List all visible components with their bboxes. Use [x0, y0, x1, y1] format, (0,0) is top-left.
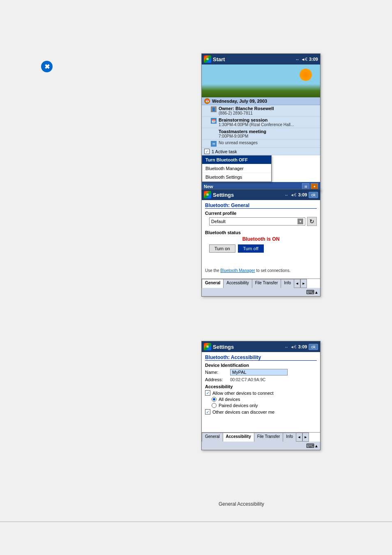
allow-connect-row: Allow other devices to connect: [205, 390, 317, 396]
event2-row[interactable]: Toastmasters meeting 7:00PM-9:00PM: [202, 128, 320, 140]
bluetooth-general-title: Bluetooth: General: [205, 203, 317, 209]
acc-tab-scroll-right[interactable]: ►: [302, 433, 309, 442]
settings-header-left: ⊞ Settings: [204, 191, 234, 198]
turn-off-button[interactable]: Turn off: [238, 244, 264, 253]
device-id-label: Device Identification: [205, 363, 317, 368]
tasks-row[interactable]: 1 Active task: [202, 148, 320, 155]
paired-devices-label: Paired devices only: [219, 403, 258, 408]
task-checkbox: [204, 149, 210, 154]
acc-tab-info[interactable]: Info: [283, 433, 296, 442]
settings-volume-icon: ◄€: [290, 193, 296, 197]
new-button[interactable]: New: [204, 184, 213, 189]
name-label: Name:: [205, 370, 228, 375]
settings-tabs: General Accessibility File Transfer Info…: [202, 279, 320, 288]
bluetooth-general-screen: ⊞ Settings ↔ ◄€ 3:09 ok Bluetooth: Gener…: [201, 189, 321, 297]
date-row[interactable]: 📅 Wednesday, July 09, 2003: [202, 97, 320, 105]
bluetooth-accessibility-screen: ⊞ Settings ↔ ◄€ 3:09 ok Bluetooth: Acces…: [201, 341, 321, 450]
acc-keyboard-icon[interactable]: ⌨: [306, 442, 314, 449]
bluetooth-context-menu: Turn Bluetooth OFF Bluetooth Manager Blu…: [202, 155, 272, 182]
clock-time: 3:09: [309, 57, 318, 62]
calendar-event-icon: 📆: [211, 118, 217, 124]
accessibility-title: Settings: [213, 344, 234, 350]
settings-title: Settings: [213, 192, 234, 198]
turn-bluetooth-off-item[interactable]: Turn Bluetooth OFF: [202, 156, 271, 164]
header-right: ↔ ◄€ 3:09: [295, 57, 318, 62]
ok-button[interactable]: ok: [309, 192, 318, 198]
tab-general[interactable]: General: [202, 279, 223, 288]
acc-ok-button[interactable]: ok: [309, 344, 318, 350]
owner-row[interactable]: 👤 Owner: Blanche Rosewell (886-2) 2890-7…: [202, 105, 320, 117]
tasks-text: 1 Active task: [212, 149, 237, 154]
messages-icon: ✉: [211, 141, 217, 147]
bluetooth-symbol: ✖: [41, 61, 53, 72]
accessibility-header-right: ↔ ◄€ 3:09 ok: [284, 344, 318, 350]
current-profile-label: Current profile: [205, 211, 317, 216]
bluetooth-manager-item[interactable]: Bluetooth Manager: [202, 164, 271, 173]
discover-checkbox[interactable]: [205, 409, 210, 415]
messages-row[interactable]: ✉ No unread messages: [202, 140, 320, 148]
bluetooth-status-text: Bluetooth is ON: [205, 236, 317, 242]
accessibility-header-left: ⊞ Settings: [204, 343, 234, 350]
dropdown-arrow-icon: ▼: [297, 219, 303, 224]
acc-tab-general[interactable]: General: [202, 433, 223, 442]
accessibility-header: ⊞ Settings ↔ ◄€ 3:09 ok: [202, 341, 320, 352]
event1-text: Brainstorming session 1:30PM-4:00PM (Riz…: [219, 117, 318, 127]
bluetooth-manager-link[interactable]: Bluetooth Manager: [220, 268, 255, 273]
event1-title: Brainstorming session: [219, 117, 318, 122]
bluetooth-manager-link-text: Use the Bluetooth Manager to set connect…: [205, 268, 317, 273]
event2-title: Toastmasters meeting: [219, 129, 318, 134]
owner-phone: (886-2) 2890-7811: [219, 111, 318, 115]
today-screen: ⊞ Start ↔ ◄€ 3:09 📅 Wednesday, July 09, …: [201, 53, 321, 191]
allow-connect-checkbox[interactable]: [205, 390, 210, 396]
tab-file-transfer[interactable]: File Transfer: [252, 279, 281, 288]
discover-row: Other devices can discover me: [205, 409, 317, 415]
bottom-divider: [0, 521, 392, 522]
device-name-input[interactable]: [230, 369, 288, 375]
acc-tab-scroll-left[interactable]: ◄: [296, 433, 302, 442]
event2-time: 7:00PM-9:00PM: [219, 134, 318, 138]
tab-accessibility[interactable]: Accessibility: [223, 279, 251, 288]
settings-body: Bluetooth: General Current profile Defau…: [202, 200, 320, 277]
acc-time: 3:09: [298, 344, 307, 349]
accessibility-body: Bluetooth: Accessibility Device Identifi…: [202, 352, 320, 418]
profile-value: Default: [211, 219, 226, 224]
messages-status: No unread messages: [219, 140, 318, 145]
owner-name: Owner: Blanche Rosewell: [219, 106, 318, 111]
accessibility-section-title: Bluetooth: Accessibility: [205, 355, 317, 361]
settings-signal-icon: ↔: [284, 193, 288, 197]
tab-scroll-right[interactable]: ►: [300, 279, 307, 288]
device-address: 00:02:C7:A0:9A:9C: [230, 378, 265, 382]
bluetooth-settings-item[interactable]: Bluetooth Settings: [202, 173, 271, 182]
tab-scroll-left[interactable]: ◄: [294, 279, 300, 288]
turn-on-button[interactable]: Turn on: [209, 244, 235, 253]
name-field-row: Name:: [205, 369, 317, 375]
keyboard-icon[interactable]: ⌨: [306, 289, 314, 295]
bluetooth-icon-indicator: ✖: [41, 61, 53, 72]
all-devices-radio[interactable]: [212, 397, 217, 402]
paired-devices-radio[interactable]: [212, 403, 217, 408]
header-title: Start: [213, 56, 225, 62]
volume-icon: ◄€: [301, 57, 307, 62]
today-content: 📅 Wednesday, July 09, 2003 👤 Owner: Blan…: [202, 97, 320, 155]
allow-connect-label: Allow other devices to connect: [212, 391, 274, 396]
acc-tab-file-transfer[interactable]: File Transfer: [254, 433, 283, 442]
acc-bottom-bar: ⌨ ▲: [202, 442, 320, 450]
accessibility-logo: ⊞: [204, 343, 211, 350]
profile-edit-button[interactable]: ↻: [307, 217, 317, 226]
acc-arrow-up-icon: ▲: [314, 444, 318, 448]
address-field-row: Address: 00:02:C7:A0:9A:9C: [205, 377, 317, 382]
event1-row[interactable]: 📆 Brainstorming session 1:30PM-4:00PM (R…: [202, 117, 320, 128]
accessibility-tabs: General Accessibility File Transfer Info…: [202, 432, 320, 442]
profile-dropdown[interactable]: Default ▼: [209, 217, 305, 226]
settings-logo: ⊞: [204, 191, 211, 198]
acc-volume-icon: ◄€: [290, 345, 296, 349]
settings-header-right: ↔ ◄€ 3:09 ok: [284, 192, 318, 198]
today-header: ⊞ Start ↔ ◄€ 3:09: [202, 54, 320, 64]
bluetooth-status-label: Bluetooth status: [205, 230, 317, 235]
event2-text: Toastmasters meeting 7:00PM-9:00PM: [211, 129, 318, 138]
tab-info[interactable]: Info: [281, 279, 294, 288]
messages-text: No unread messages: [219, 140, 318, 145]
profile-dropdown-row: Default ▼ ↻: [205, 217, 317, 226]
acc-signal-icon: ↔: [284, 345, 288, 349]
acc-tab-accessibility[interactable]: Accessibility: [223, 433, 254, 442]
